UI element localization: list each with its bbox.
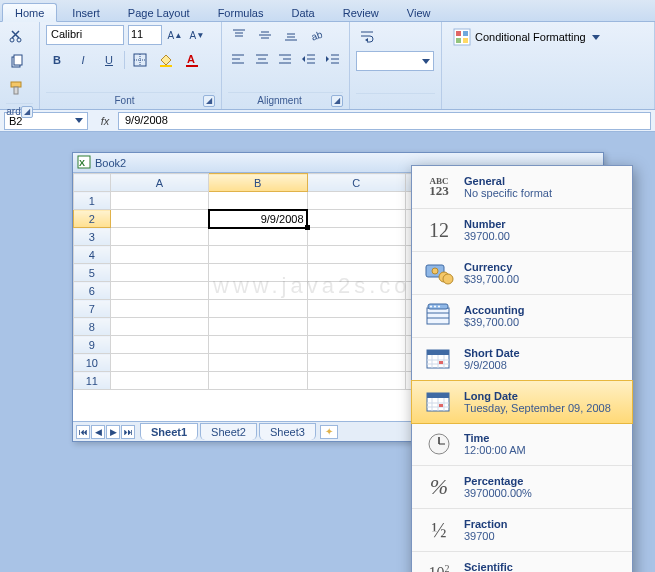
increase-font-icon[interactable]: A▲ <box>166 26 184 44</box>
cell-A2[interactable] <box>110 210 208 228</box>
format-option-shortdate[interactable]: Short Date9/9/2008 <box>412 338 632 381</box>
format-option-percentage[interactable]: %Percentage3970000.00% <box>412 466 632 509</box>
cell-B4[interactable] <box>209 246 307 264</box>
font-dialog-launcher-icon[interactable]: ◢ <box>203 95 215 107</box>
sheet-nav-next-icon[interactable]: ▶ <box>106 425 120 439</box>
align-middle-icon[interactable] <box>254 25 276 45</box>
tab-insert[interactable]: Insert <box>59 3 113 21</box>
tab-review[interactable]: Review <box>330 3 392 21</box>
format-option-longdate[interactable]: Long DateTuesday, September 09, 2008 <box>411 380 633 424</box>
font-size-combo[interactable]: 11 <box>128 25 162 45</box>
row-header-6[interactable]: 6 <box>74 282 111 300</box>
copy-icon[interactable] <box>6 51 28 73</box>
cell-A10[interactable] <box>110 354 208 372</box>
tab-page-layout[interactable]: Page Layout <box>115 3 203 21</box>
sheet-nav-last-icon[interactable]: ⏭ <box>121 425 135 439</box>
wrap-text-icon[interactable] <box>356 25 378 47</box>
decrease-font-icon[interactable]: A▼ <box>188 26 206 44</box>
format-option-general[interactable]: ABC123GeneralNo specific format <box>412 166 632 209</box>
tab-home[interactable]: Home <box>2 3 57 22</box>
tab-data[interactable]: Data <box>278 3 327 21</box>
cell-A3[interactable] <box>110 228 208 246</box>
cell-C9[interactable] <box>307 336 405 354</box>
cell-A7[interactable] <box>110 300 208 318</box>
cell-A1[interactable] <box>110 192 208 210</box>
cell-C11[interactable] <box>307 372 405 390</box>
cell-C3[interactable] <box>307 228 405 246</box>
format-option-time[interactable]: Time12:00:00 AM <box>412 423 632 466</box>
tab-formulas[interactable]: Formulas <box>205 3 277 21</box>
sheet-tab-3[interactable]: Sheet3 <box>259 423 316 440</box>
sheet-tab-1[interactable]: Sheet1 <box>140 423 198 440</box>
align-right-icon[interactable] <box>276 49 296 69</box>
row-header-11[interactable]: 11 <box>74 372 111 390</box>
cell-B2[interactable]: 9/9/2008 <box>209 210 307 228</box>
cell-C5[interactable] <box>307 264 405 282</box>
clipboard-dialog-launcher-icon[interactable]: ◢ <box>21 106 33 118</box>
row-header-2[interactable]: 2 <box>74 210 111 228</box>
column-header-B[interactable]: B <box>209 174 307 192</box>
bold-button[interactable]: B <box>46 49 68 71</box>
align-bottom-icon[interactable] <box>280 25 302 45</box>
underline-button[interactable]: U <box>98 49 120 71</box>
font-color-button[interactable]: A <box>181 49 203 71</box>
cell-B10[interactable] <box>209 354 307 372</box>
row-header-7[interactable]: 7 <box>74 300 111 318</box>
cell-A4[interactable] <box>110 246 208 264</box>
column-header-A[interactable]: A <box>110 174 208 192</box>
column-header-C[interactable]: C <box>307 174 405 192</box>
number-format-combo[interactable] <box>356 51 434 71</box>
insert-sheet-icon[interactable]: ✦ <box>320 425 338 439</box>
insert-function-icon[interactable]: fx <box>92 115 118 127</box>
sheet-nav-first-icon[interactable]: ⏮ <box>76 425 90 439</box>
row-header-5[interactable]: 5 <box>74 264 111 282</box>
cell-A11[interactable] <box>110 372 208 390</box>
cell-C7[interactable] <box>307 300 405 318</box>
cell-B11[interactable] <box>209 372 307 390</box>
cell-C10[interactable] <box>307 354 405 372</box>
cell-B6[interactable] <box>209 282 307 300</box>
format-painter-icon[interactable] <box>6 77 28 99</box>
format-option-accounting[interactable]: Accounting$39,700.00 <box>412 295 632 338</box>
italic-button[interactable]: I <box>72 49 94 71</box>
format-option-scientific[interactable]: 102Scientific3.97E+04 <box>412 552 632 572</box>
sheet-tab-2[interactable]: Sheet2 <box>200 423 257 440</box>
cell-A9[interactable] <box>110 336 208 354</box>
align-left-icon[interactable] <box>228 49 248 69</box>
cell-B9[interactable] <box>209 336 307 354</box>
align-center-icon[interactable] <box>252 49 272 69</box>
cell-B5[interactable] <box>209 264 307 282</box>
cell-C4[interactable] <box>307 246 405 264</box>
decrease-indent-icon[interactable] <box>299 49 319 69</box>
align-top-icon[interactable] <box>228 25 250 45</box>
formula-bar[interactable]: 9/9/2008 <box>118 112 651 130</box>
cell-A8[interactable] <box>110 318 208 336</box>
cell-B1[interactable] <box>209 192 307 210</box>
cell-B3[interactable] <box>209 228 307 246</box>
fill-color-button[interactable] <box>155 49 177 71</box>
row-header-8[interactable]: 8 <box>74 318 111 336</box>
row-header-1[interactable]: 1 <box>74 192 111 210</box>
orientation-icon[interactable]: ab <box>306 25 328 45</box>
increase-indent-icon[interactable] <box>323 49 343 69</box>
row-header-9[interactable]: 9 <box>74 336 111 354</box>
font-name-combo[interactable]: Calibri <box>46 25 124 45</box>
conditional-formatting-button[interactable]: Conditional Formatting <box>448 25 605 49</box>
cut-icon[interactable] <box>6 25 28 47</box>
row-header-10[interactable]: 10 <box>74 354 111 372</box>
format-option-fraction[interactable]: ½Fraction39700 <box>412 509 632 552</box>
cell-A6[interactable] <box>110 282 208 300</box>
tab-view[interactable]: View <box>394 3 444 21</box>
select-all-corner[interactable] <box>74 174 111 192</box>
sheet-nav-prev-icon[interactable]: ◀ <box>91 425 105 439</box>
borders-button[interactable] <box>129 49 151 71</box>
cell-C1[interactable] <box>307 192 405 210</box>
cell-B8[interactable] <box>209 318 307 336</box>
cell-B7[interactable] <box>209 300 307 318</box>
row-header-4[interactable]: 4 <box>74 246 111 264</box>
cell-C2[interactable] <box>307 210 405 228</box>
format-option-currency[interactable]: Currency$39,700.00 <box>412 252 632 295</box>
row-header-3[interactable]: 3 <box>74 228 111 246</box>
format-option-number[interactable]: 12Number39700.00 <box>412 209 632 252</box>
alignment-dialog-launcher-icon[interactable]: ◢ <box>331 95 343 107</box>
